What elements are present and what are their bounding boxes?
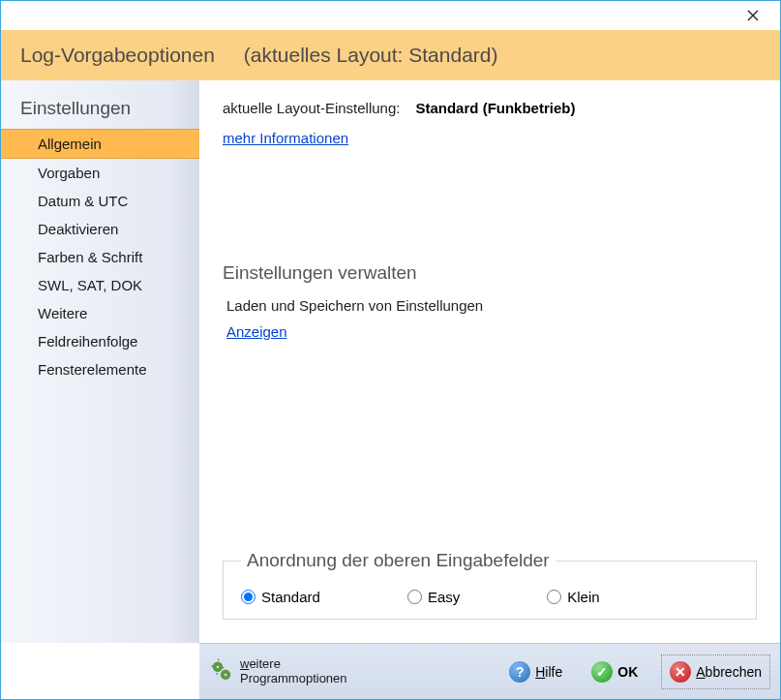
arrangement-legend: Anordnung der oberen Eingabefelder <box>241 550 556 571</box>
radio-standard-input[interactable] <box>241 590 255 604</box>
radio-easy-label: Easy <box>428 589 460 605</box>
radio-easy[interactable]: Easy <box>407 589 460 605</box>
svg-point-3 <box>224 673 226 676</box>
dialog-window: Log-Vorgabeoptionen (aktuelles Layout: S… <box>0 0 781 700</box>
sidebar: Einstellungen Allgemein Vorgaben Datum &… <box>1 80 199 643</box>
more-options-rest: eitere <box>249 656 281 671</box>
body: Einstellungen Allgemein Vorgaben Datum &… <box>1 80 780 643</box>
radio-group: Standard Easy Klein <box>241 589 738 605</box>
more-options-u: w <box>240 656 249 671</box>
cancel-button[interactable]: ✕ Abbrechen <box>661 654 770 689</box>
more-options-line2: Programmoptionen <box>240 671 347 685</box>
ok-icon: ✓ <box>591 661 613 683</box>
more-program-options-link[interactable]: weitere Programmoptionen <box>240 657 347 686</box>
sidebar-item-deaktivieren[interactable]: Deaktivieren <box>1 215 199 243</box>
cancel-u: A <box>696 664 705 680</box>
header-title: Log-Vorgabeoptionen <box>20 44 215 67</box>
ok-label: OK <box>617 664 638 680</box>
help-rest: ilfe <box>545 664 562 680</box>
footer-left: weitere Programmoptionen <box>209 657 496 686</box>
close-icon <box>747 10 759 21</box>
gear-icon <box>209 657 234 686</box>
cancel-rest: bbrechen <box>706 664 762 680</box>
current-layout-row: aktuelle Layout-Einstellung: Standard (F… <box>223 100 757 116</box>
help-u: H <box>535 664 545 680</box>
help-icon: ? <box>509 661 530 683</box>
sidebar-item-swl-sat-dok[interactable]: SWL, SAT, DOK <box>1 271 199 299</box>
sidebar-title: Einstellungen <box>1 94 199 129</box>
ok-button[interactable]: ✓ OK <box>586 657 644 686</box>
sidebar-item-vorgaben[interactable]: Vorgaben <box>1 159 199 187</box>
content-pane: aktuelle Layout-Einstellung: Standard (F… <box>199 80 780 643</box>
arrangement-fieldset: Anordnung der oberen Eingabefelder Stand… <box>223 550 757 620</box>
sidebar-item-allgemein[interactable]: Allgemein <box>1 129 199 159</box>
sidebar-item-fensterelemente[interactable]: Fensterelemente <box>1 355 199 383</box>
show-link[interactable]: Anzeigen <box>223 323 757 340</box>
sidebar-item-datum-utc[interactable]: Datum & UTC <box>1 187 199 215</box>
spacer <box>223 146 757 262</box>
sidebar-item-feldreihenfolge[interactable]: Feldreihenfolge <box>1 327 199 355</box>
help-button[interactable]: ? Hilfe <box>503 657 568 686</box>
radio-standard-label: Standard <box>261 589 320 605</box>
current-layout-value: Standard (Funkbetrieb) <box>415 100 575 116</box>
manage-settings-sub: Laden und Speichern von Einstellungen <box>223 297 757 314</box>
more-info-link[interactable]: mehr Informationen <box>223 130 757 146</box>
header-subtitle: (aktuelles Layout: Standard) <box>244 44 498 67</box>
fieldset-wrap: Anordnung der oberen Eingabefelder Stand… <box>223 546 757 633</box>
titlebar <box>1 1 780 30</box>
sidebar-item-weitere[interactable]: Weitere <box>1 299 199 327</box>
radio-klein[interactable]: Klein <box>547 589 599 605</box>
close-button[interactable] <box>734 2 772 29</box>
radio-klein-label: Klein <box>567 589 599 605</box>
current-layout-label: aktuelle Layout-Einstellung: <box>223 100 400 116</box>
footer-bar: weitere Programmoptionen ? Hilfe ✓ OK ✕ … <box>199 643 780 699</box>
cancel-icon: ✕ <box>670 661 691 683</box>
svg-point-1 <box>216 665 219 668</box>
manage-settings-heading: Einstellungen verwalten <box>223 262 757 284</box>
radio-easy-input[interactable] <box>407 590 422 604</box>
radio-standard[interactable]: Standard <box>241 589 320 605</box>
sidebar-item-farben-schrift[interactable]: Farben & Schrift <box>1 243 199 271</box>
footer-buttons: ? Hilfe ✓ OK ✕ Abbrechen <box>503 654 770 689</box>
header-bar: Log-Vorgabeoptionen (aktuelles Layout: S… <box>1 30 780 80</box>
radio-klein-input[interactable] <box>547 590 561 604</box>
